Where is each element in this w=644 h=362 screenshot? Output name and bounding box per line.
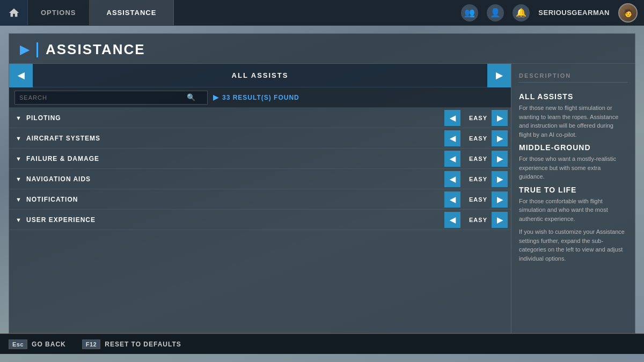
nav-right-section: 👥 👤 🔔 SERIOUSGEARMAN 🧑: [461, 0, 644, 25]
home-button[interactable]: [0, 0, 28, 25]
f12-key-badge: F12: [82, 339, 100, 349]
description-heading: DESCRIPTION: [519, 72, 627, 83]
profile-icon-button[interactable]: 👤: [487, 4, 504, 21]
search-row: 🔍 ▶ 33 RESULT(S) FOUND: [9, 87, 511, 108]
reset-defaults-label: RESET TO DEFAULTS: [105, 341, 181, 348]
expand-arrow-icon: ▼: [16, 115, 22, 121]
category-value: EASY: [465, 115, 492, 121]
category-decrease-button[interactable]: ◀: [444, 171, 460, 187]
expand-arrow-icon: ▼: [16, 156, 22, 162]
description-section-text: For those new to flight simulation or wa…: [519, 104, 627, 139]
notification-icon-button[interactable]: 🔔: [513, 4, 530, 21]
category-name: AIRCRAFT SYSTEMS: [26, 135, 444, 142]
description-section-text: If you wish to customize your Assistance…: [519, 227, 627, 263]
category-name: NOTIFICATION: [26, 196, 444, 203]
top-navigation: OPTIONS ASSISTANCE 👥 👤 🔔 SERIOUSGEARMAN …: [0, 0, 644, 26]
category-list-item[interactable]: ▼ NAVIGATION AIDS ◀ EASY ▶: [9, 169, 511, 189]
category-header-title: ALL ASSISTS: [33, 71, 487, 79]
assistance-tab[interactable]: ASSISTANCE: [90, 0, 174, 25]
category-value: EASY: [465, 217, 492, 223]
category-decrease-button[interactable]: ◀: [444, 151, 460, 167]
category-list-item[interactable]: ▼ AIRCRAFT SYSTEMS ◀ EASY ▶: [9, 128, 511, 149]
left-panel: ◀ ALL ASSISTS ▶ 🔍 ▶ 33 RESULT(S) FOUND: [9, 64, 511, 333]
description-section: ALL ASSISTSFor those new to flight simul…: [519, 92, 627, 139]
category-increase-button[interactable]: ▶: [492, 151, 508, 167]
expand-arrow-icon: ▼: [16, 176, 22, 182]
category-decrease-button[interactable]: ◀: [444, 130, 460, 146]
category-increase-button[interactable]: ▶: [492, 130, 508, 146]
title-arrow-icon: ▶: [20, 43, 29, 57]
results-found-label: ▶ 33 RESULT(S) FOUND: [213, 93, 299, 101]
description-section: MIDDLE-GROUNDFor those who want a mostly…: [519, 143, 627, 181]
search-input[interactable]: [19, 94, 185, 101]
body-split: ◀ ALL ASSISTS ▶ 🔍 ▶ 33 RESULT(S) FOUND: [9, 64, 635, 333]
user-avatar[interactable]: 🧑: [618, 3, 638, 23]
category-increase-button[interactable]: ▶: [492, 191, 508, 208]
category-name: FAILURE & DAMAGE: [26, 155, 444, 162]
search-icon: 🔍: [187, 93, 196, 101]
category-value: EASY: [465, 176, 492, 182]
page-title: ASSISTANCE: [46, 41, 145, 58]
category-decrease-button[interactable]: ◀: [444, 212, 460, 228]
reset-defaults-button[interactable]: F12 RESET TO DEFAULTS: [82, 339, 181, 349]
description-section-title: MIDDLE-GROUND: [519, 143, 627, 152]
category-list: ▼ PILOTING ◀ EASY ▶ ▼ AIRCRAFT SYSTEMS ◀…: [9, 108, 511, 333]
avatar-icon: 🧑: [624, 9, 633, 17]
go-back-button[interactable]: Esc GO BACK: [9, 339, 66, 349]
category-prev-button[interactable]: ◀: [9, 64, 33, 87]
category-name: PILOTING: [26, 114, 444, 122]
category-next-button[interactable]: ▶: [487, 64, 511, 87]
multiplayer-icon-button[interactable]: 👥: [461, 4, 478, 21]
main-panel: ▶ ASSISTANCE ◀ ALL ASSISTS ▶ 🔍: [9, 33, 635, 334]
notification-icon: 🔔: [516, 8, 526, 18]
options-tab[interactable]: OPTIONS: [28, 0, 90, 25]
category-increase-button[interactable]: ▶: [492, 110, 508, 126]
category-value: EASY: [465, 196, 492, 203]
category-list-item[interactable]: ▼ NOTIFICATION ◀ EASY ▶: [9, 189, 511, 210]
results-arrow-icon: ▶: [213, 93, 219, 101]
category-name: USER EXPERIENCE: [26, 216, 444, 224]
description-section: TRUE TO LIFEFor those comfortable with f…: [519, 186, 627, 224]
expand-arrow-icon: ▼: [16, 217, 22, 223]
home-icon: [8, 7, 20, 19]
category-header: ◀ ALL ASSISTS ▶: [9, 64, 511, 87]
category-value: EASY: [465, 156, 492, 162]
category-decrease-button[interactable]: ◀: [444, 110, 460, 126]
description-sections: ALL ASSISTSFor those new to flight simul…: [519, 92, 627, 267]
category-value: EASY: [465, 135, 492, 142]
expand-arrow-icon: ▼: [16, 196, 22, 203]
search-field-container: 🔍: [14, 91, 208, 105]
category-decrease-button[interactable]: ◀: [444, 191, 460, 208]
description-section-text: For those comfortable with flight simula…: [519, 197, 627, 224]
esc-key-badge: Esc: [9, 339, 27, 349]
multiplayer-icon: 👥: [464, 8, 475, 18]
category-list-item[interactable]: ▼ USER EXPERIENCE ◀ EASY ▶: [9, 210, 511, 230]
category-name: NAVIGATION AIDS: [26, 175, 444, 183]
profile-icon: 👤: [490, 8, 501, 18]
description-section-text: For those who want a mostly-realistic ex…: [519, 154, 627, 181]
page-title-bar: ▶ ASSISTANCE: [9, 34, 635, 64]
bottom-bar: Esc GO BACK F12 RESET TO DEFAULTS: [0, 334, 644, 354]
description-section-title: ALL ASSISTS: [519, 92, 627, 101]
title-divider: [36, 42, 38, 57]
description-section-title: TRUE TO LIFE: [519, 186, 627, 194]
description-section: If you wish to customize your Assistance…: [519, 227, 627, 263]
category-increase-button[interactable]: ▶: [492, 212, 508, 228]
category-increase-button[interactable]: ▶: [492, 171, 508, 187]
category-list-item[interactable]: ▼ PILOTING ◀ EASY ▶: [9, 108, 511, 128]
username-label: SERIOUSGEARMAN: [538, 9, 610, 17]
expand-arrow-icon: ▼: [16, 135, 22, 142]
right-description-panel: DESCRIPTION ALL ASSISTSFor those new to …: [511, 64, 635, 333]
go-back-label: GO BACK: [32, 341, 66, 348]
category-list-item[interactable]: ▼ FAILURE & DAMAGE ◀ EASY ▶: [9, 149, 511, 169]
